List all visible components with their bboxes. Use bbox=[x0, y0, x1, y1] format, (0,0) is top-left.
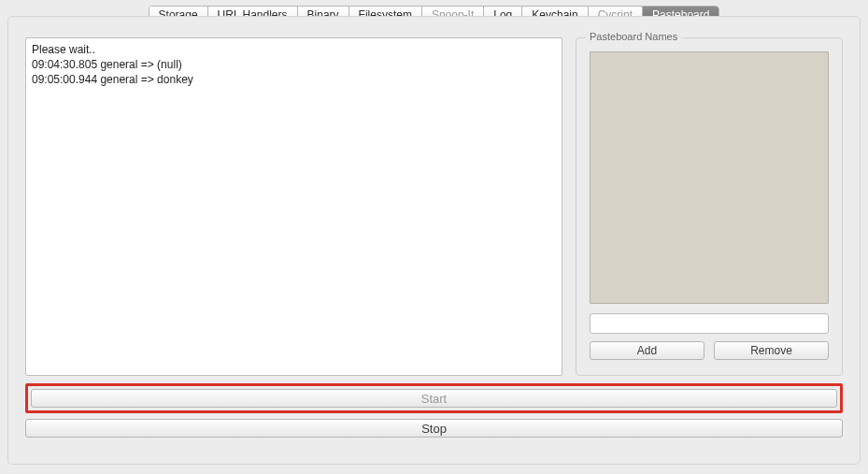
bottom-buttons: Start Stop bbox=[25, 383, 843, 438]
remove-button[interactable]: Remove bbox=[714, 341, 829, 360]
add-button[interactable]: Add bbox=[590, 341, 704, 360]
pasteboard-names-list[interactable] bbox=[590, 51, 829, 304]
pasteboard-name-input[interactable] bbox=[590, 313, 829, 334]
app-window: Storage URL Handlers Binary Filesystem S… bbox=[0, 0, 868, 474]
main-panel: Please wait.. 09:04:30.805 general => (n… bbox=[7, 16, 861, 465]
log-line: 09:04:30.805 general => (null) bbox=[32, 58, 182, 71]
pasteboard-names-group: Pasteboard Names Add Remove bbox=[576, 37, 843, 376]
log-line: Please wait.. bbox=[32, 43, 95, 56]
content-row: Please wait.. 09:04:30.805 general => (n… bbox=[25, 37, 843, 376]
log-output[interactable]: Please wait.. 09:04:30.805 general => (n… bbox=[25, 37, 562, 376]
start-button[interactable]: Start bbox=[31, 389, 837, 408]
log-line: 09:05:00.944 general => donkey bbox=[32, 73, 193, 86]
start-highlight: Start bbox=[25, 383, 843, 413]
stop-button[interactable]: Stop bbox=[25, 419, 843, 438]
names-buttons-row: Add Remove bbox=[590, 341, 829, 360]
group-legend: Pasteboard Names bbox=[586, 31, 681, 42]
